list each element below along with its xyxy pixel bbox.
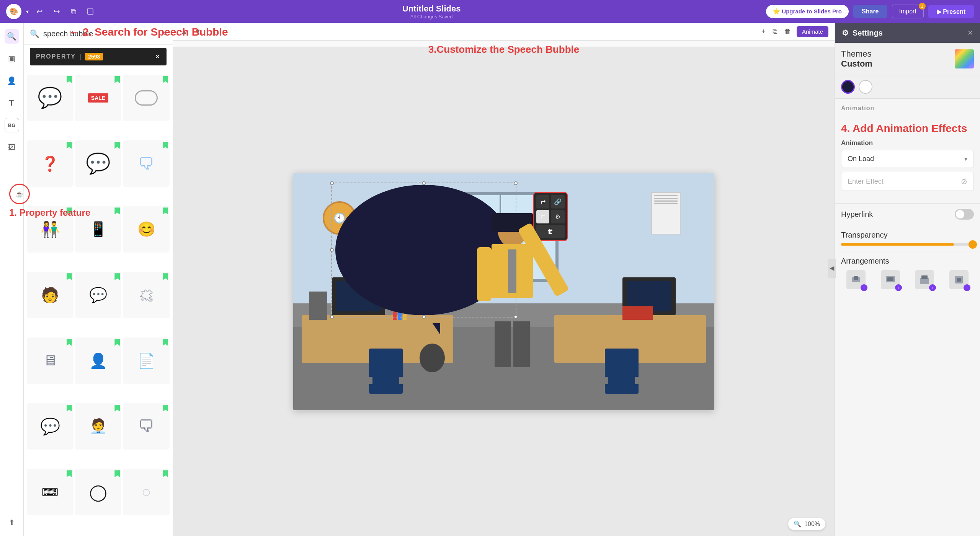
color-dot-light[interactable] bbox=[859, 80, 872, 94]
arrange-item-1[interactable]: + bbox=[841, 270, 871, 289]
char-tie bbox=[508, 249, 516, 293]
copy-element-button[interactable]: ⧉ bbox=[771, 26, 779, 37]
icon-gray-bubbles: 💬 bbox=[89, 287, 107, 303]
slide-frame[interactable]: 🕙 bbox=[293, 173, 714, 410]
ctx-replace-button[interactable]: ⇄ bbox=[536, 195, 549, 209]
bookmark-11 bbox=[114, 273, 120, 280]
bookmark-21 bbox=[163, 470, 168, 477]
arrangements-label: Arrangements bbox=[841, 257, 974, 266]
app-menu-chevron[interactable]: ▾ bbox=[26, 8, 29, 15]
svg-rect-3 bbox=[887, 277, 893, 281]
animation-section: Animation bbox=[835, 99, 980, 122]
canvas-wrapper: 🕙 bbox=[173, 47, 835, 536]
settings-title: ⚙ Settings bbox=[842, 28, 883, 37]
transparency-slider-thumb[interactable] bbox=[969, 240, 977, 249]
arrange-item-2[interactable]: + bbox=[875, 270, 905, 289]
grid-item-21[interactable]: ○ bbox=[123, 469, 170, 515]
enter-effect-row: Enter Effect ⊘ bbox=[841, 172, 974, 191]
grid-item-17[interactable]: 🧑‍💼 bbox=[75, 403, 122, 450]
grid-item-15[interactable]: 📄 bbox=[123, 337, 170, 384]
share-button[interactable]: Share bbox=[853, 5, 887, 18]
grid-item-13[interactable]: 🖥 bbox=[27, 337, 74, 384]
import-button[interactable]: Import 1 bbox=[892, 5, 924, 18]
collapse-settings-button[interactable]: ◀ bbox=[828, 259, 836, 278]
grid-item-12[interactable]: 🗯 bbox=[123, 272, 170, 318]
sidebar-item-image[interactable]: 🖼 bbox=[5, 140, 19, 155]
grid-item-1[interactable]: 💬 bbox=[27, 75, 74, 121]
property-feature-text: 1. Property feature bbox=[9, 207, 90, 218]
grid-item-6[interactable]: 🗨 bbox=[123, 140, 170, 187]
char-leg-left bbox=[495, 321, 511, 368]
property-count: 2593 bbox=[85, 53, 103, 60]
app-logo[interactable]: 🎨 bbox=[6, 4, 21, 19]
animation-dropdown-chevron: ▾ bbox=[964, 155, 967, 163]
sidebar-item-people[interactable]: 👤 bbox=[5, 73, 19, 88]
hyperlink-toggle[interactable] bbox=[955, 209, 974, 220]
animation-dropdown[interactable]: On Load ▾ bbox=[841, 150, 974, 168]
grid-item-9[interactable]: 😊 bbox=[123, 206, 170, 253]
ctx-settings-button[interactable]: ⚙ bbox=[551, 210, 565, 223]
grid-item-18[interactable]: 🗨 bbox=[123, 403, 170, 450]
grid-item-11[interactable]: 💬 bbox=[75, 272, 122, 318]
sidebar-item-search[interactable]: 🔍 bbox=[5, 29, 19, 44]
sidebar-item-upload[interactable]: ⬆ bbox=[5, 515, 19, 530]
property-close-button[interactable]: ✕ bbox=[155, 52, 160, 61]
icon-keyboard-bubble: ⌨ bbox=[42, 485, 58, 499]
icon-emoji-set: 😊 bbox=[137, 221, 155, 238]
icon-blue-bubble: 🗨 bbox=[138, 154, 155, 173]
delete-element-button[interactable]: 🗑 bbox=[783, 26, 793, 37]
import-badge: 1 bbox=[919, 3, 926, 10]
color-swatch[interactable] bbox=[955, 49, 974, 68]
sidebar-item-slides[interactable]: ▣ bbox=[5, 51, 19, 66]
grid-item-14[interactable]: 👤 bbox=[75, 337, 122, 384]
grid-item-10[interactable]: 🧑 bbox=[27, 272, 74, 318]
settings-panel: ⚙ Settings ✕ Themes Custom Animation 4. … bbox=[835, 23, 980, 536]
themes-row: Themes Custom bbox=[841, 49, 974, 69]
document-title[interactable]: Untitled Slides bbox=[101, 4, 761, 14]
arrange-item-4[interactable]: + bbox=[944, 270, 974, 289]
ctx-link-button[interactable]: 🔗 bbox=[551, 195, 565, 209]
enter-effect-cancel[interactable]: ⊘ bbox=[961, 177, 967, 186]
chair-left bbox=[369, 349, 403, 396]
arrange-icon-4: + bbox=[949, 270, 969, 289]
icon-person-suit: 🧑‍💼 bbox=[89, 418, 107, 435]
undo-button[interactable]: ↩ bbox=[33, 5, 46, 18]
grid-item-3[interactable] bbox=[123, 75, 170, 121]
settings-close-button[interactable]: ✕ bbox=[967, 29, 973, 37]
arrange-badge-4: + bbox=[964, 284, 970, 291]
icon-dark-bubble: 💬 bbox=[40, 417, 60, 436]
arrangements-grid: + + + bbox=[841, 270, 974, 289]
grid-item-4[interactable]: ❓ bbox=[27, 140, 74, 187]
copy-button[interactable]: ⧉ bbox=[68, 6, 79, 18]
office-background: 🕙 bbox=[293, 173, 714, 410]
topbar: 🎨 ▾ ↩ ↪ ⧉ ❑ Untitled Slides All Changes … bbox=[0, 0, 980, 23]
bookmark-5 bbox=[114, 142, 120, 149]
upgrade-button[interactable]: ⭐ Upgrade to Slides Pro bbox=[766, 5, 849, 18]
sidebar-item-background[interactable]: BG bbox=[5, 118, 19, 132]
duplicate-button[interactable]: ❑ bbox=[84, 5, 97, 18]
wall-document bbox=[651, 192, 681, 235]
color-dot-dark[interactable] bbox=[841, 80, 855, 94]
search-icon: 🔍 bbox=[30, 29, 39, 38]
grid-item-16[interactable]: 💬 bbox=[27, 403, 74, 450]
grid-item-20[interactable]: ◯ bbox=[75, 469, 122, 515]
speaker-unit bbox=[420, 344, 445, 372]
sidebar-item-text[interactable]: T bbox=[5, 96, 19, 110]
arrange-badge-3: + bbox=[929, 284, 936, 291]
grid-item-5[interactable]: 💬 bbox=[75, 140, 122, 187]
bookmark-9 bbox=[163, 207, 168, 214]
present-button[interactable]: ▶ Present bbox=[928, 5, 974, 18]
icon-document-chat: 📄 bbox=[137, 352, 155, 369]
grid-item-2[interactable]: SALE bbox=[75, 75, 122, 121]
add-animation-annotation: 4. Add Animation Effects bbox=[835, 122, 980, 139]
arrange-item-3[interactable]: + bbox=[910, 270, 940, 289]
zoom-icon: 🔍 bbox=[794, 520, 801, 528]
canvas-area: ▲ ▼ + ⧉ 🗑 Animate 3.Customize the Speech… bbox=[173, 23, 835, 536]
search-annotation-text: 2. Search for Speech Bubble bbox=[83, 26, 228, 38]
animate-button[interactable]: Animate bbox=[797, 26, 828, 37]
redo-button[interactable]: ↪ bbox=[51, 5, 63, 18]
grid-item-19[interactable]: ⌨ bbox=[27, 469, 74, 515]
zoom-value: 100% bbox=[804, 521, 820, 528]
add-element-button[interactable]: + bbox=[760, 26, 767, 37]
settings-header: ⚙ Settings ✕ bbox=[835, 23, 980, 43]
